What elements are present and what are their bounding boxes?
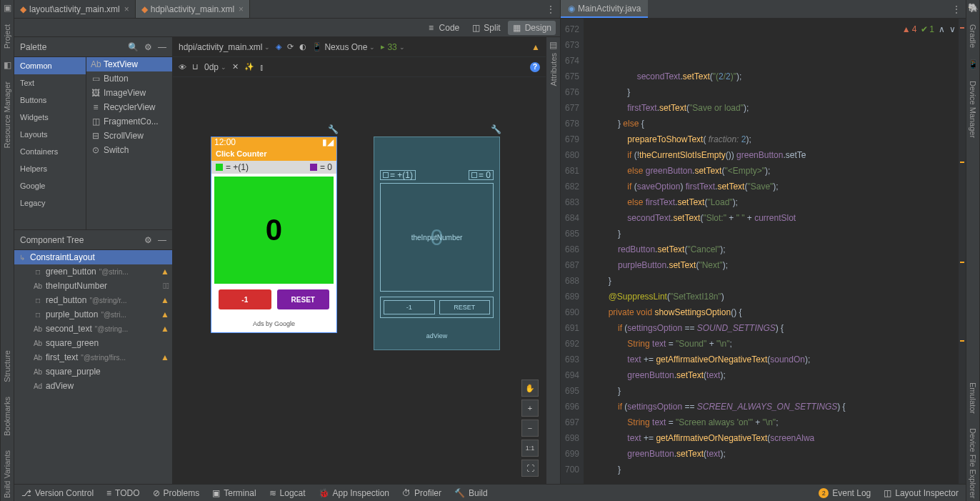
clear-icon[interactable]: ✕ <box>232 62 239 71</box>
rail-bookmarks[interactable]: Bookmarks <box>3 394 11 439</box>
preview-rendered[interactable]: 12:00▮◢ Click Counter = +(1) = 0 0 -1 <box>211 137 337 333</box>
tree-item[interactable]: Absquare_green <box>14 336 172 350</box>
hidden-icon[interactable]: 👁⃠ <box>163 281 169 291</box>
resource-icon[interactable]: ◧ <box>2 60 12 70</box>
theme-icon[interactable]: ◐ <box>299 42 306 51</box>
palette-cat-layouts[interactable]: Layouts <box>14 126 86 143</box>
palette-widget[interactable]: ≡RecyclerView <box>86 100 172 114</box>
tab-layout-xml[interactable]: ◆ layout\activity_main.xml × <box>14 0 136 18</box>
rail-file-explorer[interactable]: Device File Explorer <box>969 425 977 501</box>
tab-java[interactable]: ◉ MainActivity.java <box>561 0 648 18</box>
sb-vcs[interactable]: ⎇ Version Control <box>21 488 94 498</box>
gradle-icon[interactable]: 🐘 <box>968 3 978 13</box>
tree-item[interactable]: Absecond_text "@string...▲ <box>14 322 172 336</box>
palette-cat-legacy[interactable]: Legacy <box>14 194 86 212</box>
tree-root[interactable]: ↳ ConstraintLayout <box>14 250 172 264</box>
wrench-icon[interactable]: 🔧 <box>491 124 501 134</box>
sb-build[interactable]: 🔨 Build <box>454 488 488 498</box>
magnet-icon[interactable]: ⊔ <box>192 62 199 71</box>
sb-profiler[interactable]: ⏱ Profiler <box>402 488 441 498</box>
preview-blueprint[interactable]: = +(1) = 0 0 theInputNumber -1 RESET <box>374 137 500 350</box>
help-icon[interactable]: ? <box>530 62 540 72</box>
file-dropdown[interactable]: hdpi/activity_main.xml⌄ <box>179 42 270 52</box>
orientation-icon[interactable]: ⟳ <box>287 42 294 51</box>
api-dropdown[interactable]: ▸ 33⌄ <box>381 42 404 52</box>
zoom-reset-button[interactable]: 1:1 <box>521 440 539 457</box>
inspections[interactable]: ▲4 ✔1 ∧ ∨ <box>902 21 956 37</box>
rail-resource[interactable]: Resource Manager <box>3 79 11 152</box>
device-icon[interactable]: 📱 <box>968 59 978 69</box>
sb-layout-inspector[interactable]: ◫ Layout Inspector <box>884 488 959 498</box>
warning-icon: ▲ <box>161 295 169 305</box>
sb-problems[interactable]: ⊘ Problems <box>153 488 200 498</box>
attributes-label[interactable]: Attributes <box>549 50 558 89</box>
tree-item-label: theInputNumber <box>46 281 107 291</box>
project-icon[interactable]: ▣ <box>2 3 12 13</box>
sb-todo[interactable]: ≡ TODO <box>106 488 139 498</box>
attributes-icon[interactable]: ▤ <box>549 40 559 50</box>
down-icon[interactable]: ∨ <box>949 21 956 37</box>
collapse-icon[interactable]: — <box>158 235 166 245</box>
palette-widget[interactable]: ▭Button <box>86 71 172 86</box>
palette-cat-buttons[interactable]: Buttons <box>14 91 86 109</box>
wrench-icon[interactable]: 🔧 <box>328 124 339 134</box>
rail-emulator[interactable]: Emulator <box>969 380 977 417</box>
view-code-button[interactable]: ≡Code <box>422 21 464 35</box>
align-icon[interactable]: ⫿ <box>260 63 264 71</box>
sb-logcat[interactable]: ≋ Logcat <box>269 488 306 498</box>
sb-app-inspection[interactable]: 🐞 App Inspection <box>319 488 389 498</box>
view-design-button[interactable]: ▦Design <box>508 21 556 35</box>
tree-item[interactable]: Abfirst_text "@string/firs...▲ <box>14 350 172 364</box>
tree-item[interactable]: AbtheInputNumber 👁⃠ <box>14 279 172 293</box>
eye-icon[interactable]: 👁 <box>179 63 186 71</box>
tree-item-label: purple_button <box>46 309 98 319</box>
collapse-icon[interactable]: — <box>158 42 166 52</box>
rail-gradle[interactable]: Gradle <box>969 21 977 51</box>
tree-item[interactable]: □green_button "@strin...▲ <box>14 264 172 279</box>
error-stripe[interactable] <box>959 19 966 484</box>
gear-icon[interactable]: ⚙ <box>144 235 152 245</box>
gear-icon[interactable]: ⚙ <box>144 42 152 52</box>
search-icon[interactable]: 🔍 <box>128 42 139 52</box>
rail-device-manager[interactable]: Device Manager <box>969 78 977 141</box>
tabs-more-icon[interactable]: ⋮ <box>541 0 560 18</box>
sb-event-log[interactable]: 2Event Log <box>819 488 871 498</box>
surface-icon[interactable]: ◈ <box>276 42 281 51</box>
design-canvas[interactable]: 🔧 🔧 12:00▮◢ Click Counter = +(1) = 0 <box>173 77 546 484</box>
palette-cat-widgets[interactable]: Widgets <box>14 109 86 126</box>
close-icon[interactable]: × <box>124 4 129 14</box>
palette-cat-common[interactable]: Common <box>14 57 86 74</box>
palette-widget[interactable]: ◫FragmentCo... <box>86 114 172 129</box>
close-icon[interactable]: × <box>239 4 244 14</box>
palette-widget[interactable]: 🖼ImageView <box>86 86 172 100</box>
wand-icon[interactable]: ✨ <box>244 62 254 71</box>
label: Split <box>484 23 500 33</box>
rail-structure[interactable]: Structure <box>3 347 11 385</box>
zoom-in-button[interactable]: + <box>521 400 539 417</box>
tree-item[interactable]: AdadView <box>14 379 172 393</box>
palette-cat-text[interactable]: Text <box>14 74 86 91</box>
margin-dropdown[interactable]: 0dp⌄ <box>204 62 226 72</box>
warning-icon[interactable]: ▲ <box>531 42 540 52</box>
pan-icon[interactable]: ✋ <box>521 380 539 397</box>
tab-hdpi-xml[interactable]: ◆ hdpi\activity_main.xml × <box>136 0 250 18</box>
palette-widget[interactable]: ⊙Switch <box>86 143 172 157</box>
rail-build-variants[interactable]: Build Variants <box>3 447 11 501</box>
up-icon[interactable]: ∧ <box>939 21 945 37</box>
view-split-button[interactable]: ◫Split <box>466 21 504 35</box>
palette-cat-helpers[interactable]: Helpers <box>14 160 86 177</box>
tabs-more-icon[interactable]: ⋮ <box>947 0 966 18</box>
palette-cat-containers[interactable]: Containers <box>14 143 86 160</box>
tree-item[interactable]: □red_button "@string/r...▲ <box>14 293 172 307</box>
sb-terminal[interactable]: ▣ Terminal <box>212 488 256 498</box>
code-editor[interactable]: ▲4 ✔1 ∧ ∨ secondText.setText("(2/2)"); }… <box>584 19 966 484</box>
palette-cat-google[interactable]: Google <box>14 177 86 194</box>
tree-item[interactable]: □purple_button "@stri...▲ <box>14 307 172 322</box>
palette-widget[interactable]: AbTextView <box>86 57 172 71</box>
tree-item[interactable]: Absquare_purple <box>14 364 172 379</box>
zoom-out-button[interactable]: − <box>521 420 539 437</box>
zoom-fit-button[interactable]: ⛶ <box>521 460 539 477</box>
device-dropdown[interactable]: 📱 Nexus One⌄ <box>312 42 375 52</box>
palette-widget[interactable]: ⊟ScrollView <box>86 129 172 143</box>
rail-project[interactable]: Project <box>3 21 11 51</box>
